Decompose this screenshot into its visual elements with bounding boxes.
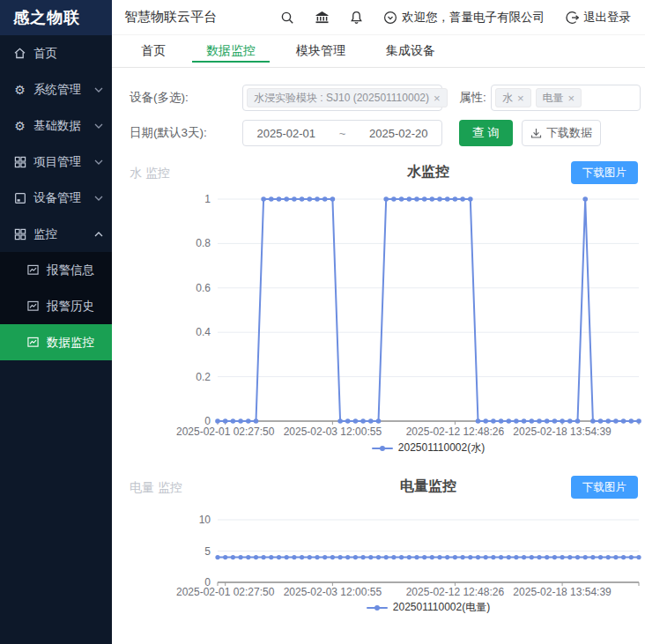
svg-text:2025-02-01 02:27:50: 2025-02-01 02:27:50: [176, 586, 275, 598]
sidebar-item-data-monitor[interactable]: 数据监控: [0, 324, 112, 360]
sidebar-item-label: 数据监控: [47, 335, 94, 351]
sidebar: 感之物联 首页 ⚙ 系统管理 ⚙ 基础数据 项目管理: [0, 0, 112, 644]
svg-text:2025-02-12 12:48:26: 2025-02-12 12:48:26: [406, 586, 505, 598]
gear-icon: ⚙: [13, 119, 26, 132]
logout-icon: [565, 11, 579, 25]
svg-text:0.6: 0.6: [196, 282, 211, 294]
chevron-down-icon: [94, 123, 103, 129]
water-chart-header: 水 监控 水监控 下载图片: [112, 160, 645, 187]
welcome-text: 欢迎您，普量电子有限公司: [402, 10, 545, 26]
svg-text:2025-02-12 12:48:26: 2025-02-12 12:48:26: [406, 426, 505, 438]
circle-chevron-down-icon: [383, 11, 397, 25]
sidebar-item-basedata[interactable]: ⚙ 基础数据: [0, 107, 112, 144]
sidebar-item-alarm-history[interactable]: 报警历史: [0, 288, 112, 324]
svg-text:2025-02-03 12:00:55: 2025-02-03 12:00:55: [284, 586, 382, 598]
svg-text:2025-02-18 13:54:39: 2025-02-18 13:54:39: [513, 586, 612, 598]
download-data-label: 下载数据: [546, 125, 592, 141]
device-select-label: 设备(多选):: [130, 90, 242, 106]
page-title: 智慧物联云平台: [124, 9, 217, 26]
gear-icon: ⚙: [13, 83, 26, 96]
chevron-down-icon: [94, 159, 103, 165]
svg-text:0.8: 0.8: [196, 237, 211, 249]
date-range-label: 日期(默认3天):: [130, 125, 242, 141]
tab-bar: 首页 数据监控 模块管理 集成设备: [112, 35, 645, 68]
svg-text:0.4: 0.4: [196, 326, 211, 338]
water-chart-canvas: 00.20.40.60.812025-02-01 02:27:502025-02…: [112, 190, 642, 440]
query-button[interactable]: 查 询: [459, 120, 513, 146]
brand-logo: 感之物联: [0, 0, 112, 35]
top-header: 智慧物联云平台 欢迎您，普量电子有限公司: [112, 0, 645, 35]
chart-icon: [26, 336, 40, 349]
svg-text:2025-02-01 02:27:50: 2025-02-01 02:27:50: [176, 426, 275, 438]
power-chart-side-label: 电量 监控: [130, 480, 182, 496]
user-welcome-menu[interactable]: 欢迎您，普量电子有限公司: [383, 10, 545, 26]
download-data-button[interactable]: 下载数据: [522, 120, 601, 146]
logout-button[interactable]: 退出登录: [565, 10, 631, 26]
legend-line-marker: [372, 444, 393, 453]
power-chart-legend[interactable]: 202501110002(电量): [218, 600, 639, 615]
tab-integrated-device[interactable]: 集成设备: [372, 35, 449, 67]
svg-text:10: 10: [199, 514, 211, 526]
tab-home[interactable]: 首页: [127, 35, 180, 67]
sidebar-item-system[interactable]: ⚙ 系统管理: [0, 71, 112, 107]
attr-select-label: 属性:: [459, 90, 491, 106]
search-icon[interactable]: [280, 11, 294, 25]
date-end-value: 2025-02-20: [356, 127, 442, 140]
tag-close-icon[interactable]: ×: [517, 92, 524, 105]
power-chart-header: 电量 监控 电量监控 下载图片: [112, 475, 645, 501]
download-image-button[interactable]: 下载图片: [571, 476, 638, 499]
chart-icon: [26, 300, 40, 313]
sidebar-item-label: 项目管理: [33, 154, 81, 170]
sidebar-item-home[interactable]: 首页: [0, 35, 112, 71]
device-multiselect[interactable]: 水浸实验模块 : SJ10 (202501110002) ×: [242, 85, 442, 111]
chevron-up-icon: [94, 232, 103, 237]
sidebar-item-label: 首页: [33, 46, 57, 62]
sidebar-item-label: 设备管理: [33, 190, 81, 206]
filter-row-date: 日期(默认3天): 2025-02-01 ~ 2025-02-20 查 询 下载…: [112, 120, 645, 146]
sidebar-item-project[interactable]: 项目管理: [0, 144, 112, 180]
content-area: 设备(多选): 水浸实验模块 : SJ10 (202501110002) × 属…: [112, 68, 645, 644]
sidebar-item-label: 报警信息: [47, 263, 94, 278]
svg-text:2025-02-03 12:00:55: 2025-02-03 12:00:55: [284, 426, 382, 438]
legend-label: 202501110002(电量): [393, 600, 490, 615]
bank-icon[interactable]: [315, 10, 330, 25]
grid-icon: [13, 155, 26, 168]
water-chart-block: 水 监控 水监控 下载图片 00.20.40.60.812025-02-01 0…: [112, 160, 645, 455]
tab-module-manage[interactable]: 模块管理: [282, 35, 360, 67]
attr-tag-power: 电量 ×: [536, 88, 582, 107]
svg-text:1: 1: [204, 193, 211, 205]
chevron-down-icon: [94, 87, 103, 93]
sidebar-item-label: 报警历史: [47, 299, 94, 315]
device-tag: 水浸实验模块 : SJ10 (202501110002) ×: [247, 88, 448, 107]
sidebar-item-alarm-info[interactable]: 报警信息: [0, 252, 112, 288]
sidebar-item-label: 监控: [33, 226, 57, 242]
chart-icon: [26, 263, 40, 277]
sidebar-item-label: 系统管理: [33, 82, 81, 98]
date-separator: ~: [330, 127, 356, 140]
tab-data-monitor[interactable]: 数据监控: [192, 35, 270, 67]
frame-icon: [13, 191, 26, 204]
attr-tag-water: 水 ×: [495, 88, 531, 107]
svg-text:0.2: 0.2: [196, 371, 211, 383]
main-area: 智慧物联云平台 欢迎您，普量电子有限公司: [112, 0, 645, 644]
sidebar-submenu-monitor: 报警信息 报警历史 数据监控: [0, 252, 112, 360]
sidebar-item-device[interactable]: 设备管理: [0, 180, 112, 216]
attr-multiselect[interactable]: 水 × 电量 ×: [491, 85, 641, 111]
download-image-button[interactable]: 下载图片: [571, 161, 638, 184]
sidebar-item-monitor[interactable]: 监控: [0, 216, 112, 252]
water-chart-side-label: 水 监控: [130, 166, 170, 181]
power-chart-canvas: 05102025-02-01 02:27:502025-02-03 12:00:…: [112, 505, 642, 600]
home-icon: [13, 47, 26, 60]
bell-icon[interactable]: [350, 11, 363, 25]
download-icon: [530, 128, 542, 139]
power-chart-block: 电量 监控 电量监控 下载图片 05102025-02-01 02:27:502…: [112, 475, 645, 615]
tag-close-icon[interactable]: ×: [434, 92, 441, 105]
chevron-down-icon: [94, 196, 103, 201]
date-range-input[interactable]: 2025-02-01 ~ 2025-02-20: [242, 120, 442, 146]
water-chart-legend[interactable]: 202501110002(水): [218, 440, 639, 455]
svg-text:5: 5: [204, 545, 211, 558]
filter-row-device: 设备(多选): 水浸实验模块 : SJ10 (202501110002) × 属…: [112, 85, 645, 111]
sidebar-item-label: 基础数据: [33, 118, 81, 134]
legend-line-marker: [367, 603, 388, 612]
tag-close-icon[interactable]: ×: [568, 92, 575, 105]
